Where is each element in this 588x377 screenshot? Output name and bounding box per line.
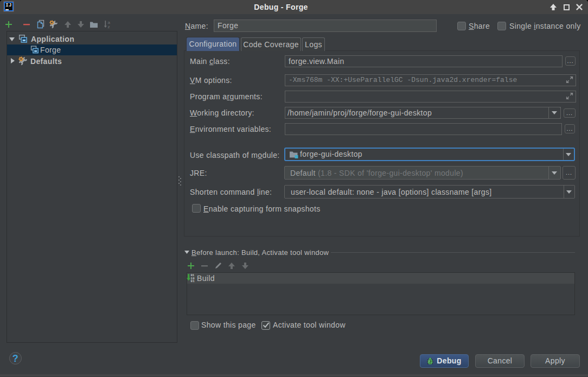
svg-text:01: 01 <box>191 279 195 282</box>
svg-text:z: z <box>108 24 110 29</box>
